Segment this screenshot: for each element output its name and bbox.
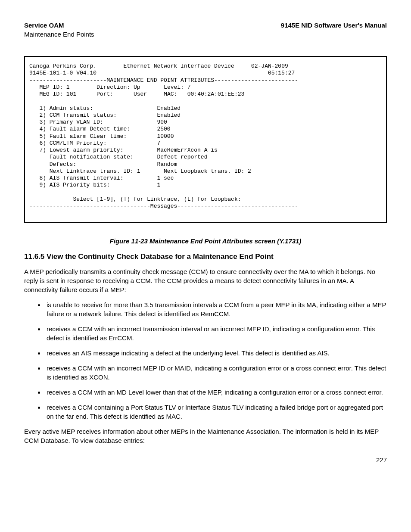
direction-label: Direction: (97, 84, 130, 90)
list-item: is unable to receive for more than 3.5 t… (45, 300, 387, 318)
paragraph: A MEP periodically transmits a continuit… (24, 267, 387, 294)
row-label: 6) CCM/LTM Priority: (39, 140, 106, 146)
header-left: Service OAM Maintenance End Points (24, 21, 94, 39)
term-model: 9145E-101-1-0 V04.10 (29, 70, 97, 76)
row-label: 1) Admin status: (39, 105, 93, 112)
mep-id-label: MEP ID: (39, 84, 63, 90)
list-item: receives an AIS message indicating a def… (45, 348, 387, 358)
bullet-list: is unable to receive for more than 3.5 t… (24, 300, 387, 421)
row-label: 3) Primary VLAN ID: (39, 119, 103, 125)
row-label: Next Linktrace trans. ID: 1 (39, 168, 140, 174)
row-value: 10000 (157, 133, 174, 140)
page-number: 227 (24, 455, 387, 464)
header-right: 9145E NID Software User's Manual (281, 21, 387, 30)
header-left-sub: Maintenance End Points (24, 30, 94, 39)
direction-value: Up (134, 84, 140, 90)
row-value: Random (157, 161, 177, 168)
list-item: receives a CCM with an incorrect MEP ID … (45, 364, 387, 382)
row-label: 8) AIS Transmit interval: (39, 175, 123, 181)
mac-label: MAC: (164, 91, 177, 97)
mac-value: 00:40:2A:01:EE:23 (187, 91, 245, 97)
row-value: 1 sec (157, 175, 174, 181)
meg-id-label: MEG ID: (39, 91, 63, 97)
level-label: Level: (164, 84, 184, 90)
term-company: Canoga Perkins Corp. (29, 63, 97, 69)
row-value: Defect reported (157, 154, 207, 160)
port-value: User (134, 91, 147, 97)
list-item: receives a CCM with an MD Level lower th… (45, 388, 387, 397)
term-date: 02-JAN-2009 (251, 63, 288, 69)
row-value: MacRemErrXcon A is (157, 147, 217, 153)
row-value: Enabled (157, 105, 181, 112)
meg-id-value: 101 (66, 91, 76, 97)
row-value: Next Loopback trans. ID: 2 (164, 168, 251, 174)
mep-id-value: 1 (66, 84, 70, 90)
row-value: 1 (157, 182, 160, 188)
row-value: 900 (157, 119, 167, 125)
list-item: receives a CCM containing a Port Status … (45, 403, 387, 421)
paragraph: Every active MEP receives information ab… (24, 427, 387, 445)
row-label: 4) Fault alarm Detect time: (39, 126, 130, 132)
figure-caption: Figure 11-23 Maintenance End Point Attri… (24, 236, 387, 246)
section-heading: 11.6.5 View the Continuity Check Databas… (24, 252, 387, 262)
row-label: Defects: (39, 161, 76, 168)
header-left-title: Service OAM (24, 21, 94, 30)
row-label: 9) AIS Priority bits: (39, 182, 110, 188)
row-value: 2500 (157, 126, 170, 132)
row-value: Enabled (157, 112, 181, 118)
row-label: 2) CCM Transmit status: (39, 112, 116, 118)
terminal-screen: Canoga Perkins Corp. Ethernet Network In… (24, 56, 387, 223)
term-device: Ethernet Network Interface Device (123, 63, 234, 69)
header-right-title: 9145E NID Software User's Manual (281, 21, 387, 30)
port-label: Port: (97, 91, 113, 97)
list-item: receives a CCM with an incorrect transmi… (45, 324, 387, 342)
term-banner: -----------------------MAINTENANCE END P… (29, 77, 298, 84)
term-time: 05:15:27 (268, 70, 295, 76)
term-prompt: Select [1-9], (T) for Linktrace, (L) for… (73, 196, 241, 202)
page-header: Service OAM Maintenance End Points 9145E… (24, 21, 387, 39)
row-value: 7 (157, 140, 160, 146)
row-label: 7) Lowest alarm priority: (39, 147, 123, 153)
row-label: Fault notification state: (39, 154, 133, 160)
row-label: 5) Fault alarm Clear time: (39, 133, 127, 140)
level-value: 7 (187, 84, 191, 90)
term-messages-divider: ------------------------------------Mess… (29, 203, 298, 209)
